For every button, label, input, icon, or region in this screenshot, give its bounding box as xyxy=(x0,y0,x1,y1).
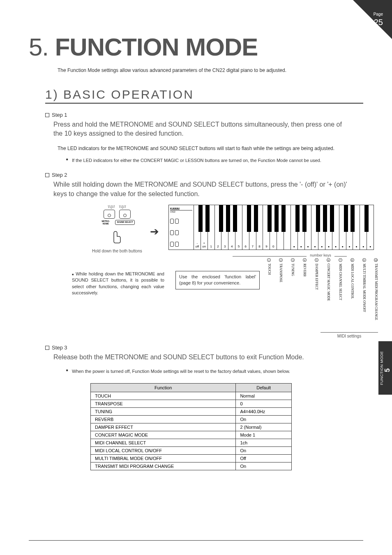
hold-note: While holding down the METRONOME and SOU… xyxy=(72,271,164,296)
table-row: MIDI CHANNEL SELECT1ch xyxy=(91,439,292,446)
diagram: \\|//\\|// METRO- NOME SOUND SELECT Hold… xyxy=(90,205,363,340)
table-row: MULTI TIMBRAL MODE ON/OFFOff xyxy=(91,454,292,462)
side-tab-num: 5 xyxy=(384,368,391,372)
defaults-table: FunctionDefault TOUCHNormalTRANSPOSE0TUN… xyxy=(90,383,292,470)
table-row: TOUCHNormal xyxy=(91,392,292,400)
buttons-diagram: \\|//\\|// METRO- NOME SOUND SELECT Hold… xyxy=(90,205,144,253)
intro-text: The Function Mode settings allow various… xyxy=(58,67,363,73)
function-labels: 1 TOUCH2 TRANSPOSE3 TUNING4 REVERB5 DAMP… xyxy=(267,258,378,332)
table-row: CONCERT MAGIC MODEMode 1 xyxy=(91,431,292,439)
page-label: Page xyxy=(374,12,383,17)
step1-body: Press and hold the METRONOME and SOUND S… xyxy=(53,120,351,139)
step1-detail: The LED indicators for the METRONOME and… xyxy=(58,145,351,152)
arrow-icon: ➔ xyxy=(150,225,159,238)
midi-bracket: MIDI settings xyxy=(321,332,378,338)
step1-note: If the LED indicators for either the CON… xyxy=(72,157,351,164)
side-tab: FUNCTION MODE 5 xyxy=(378,341,392,395)
section-title: 1) BASIC OPERATION xyxy=(45,88,363,104)
step2-body: While still holding down the METRONOME a… xyxy=(53,180,351,199)
step3-note: When the power is turned off, Function M… xyxy=(72,368,351,375)
table-row: REVERBOn xyxy=(91,415,292,423)
number-keys-label: number keys xyxy=(168,253,374,257)
function-vlabel: 8 MIDI LOCAL CONTROL xyxy=(350,258,355,332)
table-row: TRANSPOSE0 xyxy=(91,400,292,407)
hold-caption: Hold down the both buttons xyxy=(90,249,144,253)
function-vlabel: 4 REVERB xyxy=(303,258,307,332)
table-row: DAMPER EFFECT2 (Normal) xyxy=(91,423,292,431)
step1-label: Step 1 xyxy=(45,112,363,118)
function-vlabel: 10 TRANSMIT MIDI PROGRAM CHANGE xyxy=(374,258,378,332)
bottom-rule xyxy=(29,540,363,541)
function-vlabel: 7 MIDI CHANNEL SELECT xyxy=(339,258,343,332)
label-note: Use the enclosed 'function label' (page … xyxy=(175,271,260,289)
step2-label: Step 2 xyxy=(45,172,363,178)
table-row: MIDI LOCAL CONTROL ON/OFFOn xyxy=(91,446,292,454)
page-content: 5. FUNCTION MODE The Function Mode setti… xyxy=(0,0,392,470)
page-number-label: Page 25 xyxy=(374,12,383,28)
function-vlabel: 5 DAMPER EFFECT xyxy=(315,258,319,332)
side-tab-text: FUNCTION MODE xyxy=(380,351,384,385)
title-number: 5. xyxy=(29,33,48,61)
function-vlabel: 1 TOUCH xyxy=(267,258,271,332)
table-header: Default xyxy=(236,383,292,392)
page-title: 5. FUNCTION MODE xyxy=(29,33,363,61)
table-row: TRANSMIT MIDI PROGRAM CHANGEOn xyxy=(91,462,292,470)
sound-select-label: SOUND SELECT xyxy=(115,220,134,225)
function-vlabel: 3 TUNING xyxy=(291,258,295,332)
hand-icon xyxy=(90,228,144,247)
page-corner xyxy=(353,0,392,39)
function-vlabel: 2 TRANSPOSE xyxy=(279,258,283,332)
function-vlabel: 9 MULTI TIMBRAL MODE ON/OFF xyxy=(362,258,367,332)
keyboard-diagram: KAWAI CN22 - off+ on1234567890 xyxy=(168,205,374,250)
kb-model: CN22 xyxy=(170,210,192,213)
page-number: 25 xyxy=(374,17,383,28)
title-text: FUNCTION MODE xyxy=(55,33,258,61)
function-vlabel: 6 CONCERT MAGIC MODE xyxy=(327,258,331,332)
kb-logo: KAWAI xyxy=(170,207,192,210)
table-row: TUNINGA4=440.0Hz xyxy=(91,407,292,415)
step3-body: Release both the METRONOME and SOUND SEL… xyxy=(53,353,351,362)
metronome-label: METRO- NOME xyxy=(99,220,112,225)
table-header: Function xyxy=(91,383,236,392)
step3-label: Step 3 xyxy=(45,345,363,351)
